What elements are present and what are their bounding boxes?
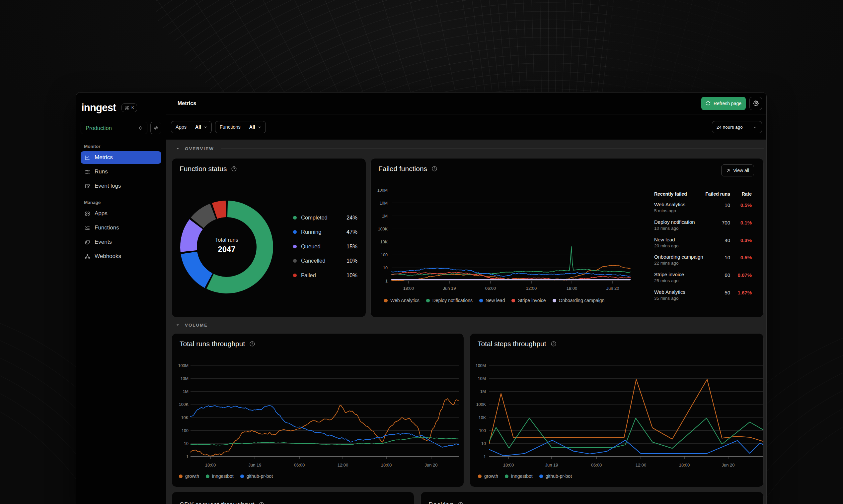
svg-text:10M: 10M xyxy=(380,201,388,205)
function-name: Deploy notification xyxy=(654,219,700,225)
time-range-select[interactable]: 24 hours ago xyxy=(712,121,762,133)
settings-button[interactable] xyxy=(750,97,762,110)
table-header: Recently failed Failed runs Rate xyxy=(654,188,752,200)
legend-label: growth xyxy=(185,473,199,479)
apps-filter[interactable]: Apps All xyxy=(171,121,212,133)
svg-text:100K: 100K xyxy=(179,402,189,407)
refresh-page-button[interactable]: Refresh page xyxy=(701,97,746,110)
topbar: Metrics Refresh page xyxy=(166,92,766,114)
help-icon[interactable] xyxy=(249,341,255,347)
legend-label: Running xyxy=(301,229,321,235)
legend-dot xyxy=(293,273,297,277)
failure-rate-value: 0.5% xyxy=(730,202,752,217)
svg-text:Jun 20: Jun 20 xyxy=(425,463,437,468)
event-logs-icon xyxy=(85,183,90,189)
svg-text:12:00: 12:00 xyxy=(636,463,647,468)
metrics-content: OVERVIEW Function status Total runs 204 xyxy=(166,140,766,504)
sidebar: inngest K Production Monitor Metrics xyxy=(76,92,166,504)
svg-text:18:00: 18:00 xyxy=(503,463,514,468)
environment-filter-button[interactable] xyxy=(150,122,161,134)
help-icon[interactable] xyxy=(551,341,556,347)
runs-icon xyxy=(85,169,90,175)
help-icon[interactable] xyxy=(259,502,264,504)
svg-text:18:00: 18:00 xyxy=(403,286,414,291)
events-icon xyxy=(85,239,90,245)
legend-dot xyxy=(553,299,556,302)
card-title-row: Total runs throughput xyxy=(179,340,255,348)
overview-cards-row: Function status Total runs 2047 Complete… xyxy=(172,158,764,317)
function-name: Stripe invoice xyxy=(654,272,700,277)
table-row[interactable]: Onboarding campaign22 mins ago 10 0.5% xyxy=(654,252,752,270)
failed-runs-value: 10 xyxy=(700,202,730,217)
help-icon[interactable] xyxy=(458,502,464,504)
legend-label: Queued xyxy=(301,244,321,250)
volume-section-header[interactable]: VOLUME xyxy=(172,321,764,329)
view-all-button[interactable]: View all xyxy=(721,164,754,176)
collapse-triangle-icon xyxy=(176,147,179,150)
column-rate: Rate xyxy=(730,191,752,197)
table-row[interactable]: New lead20 mins ago 40 0.3% xyxy=(654,235,752,253)
sdk-request-title: SDK request throughput xyxy=(179,501,254,504)
last-failed-ago: 20 mins ago xyxy=(654,244,700,248)
legend-dot xyxy=(206,474,209,478)
help-icon[interactable] xyxy=(231,166,237,172)
last-failed-ago: 25 mins ago xyxy=(654,278,700,283)
legend-item: New lead xyxy=(479,298,505,303)
chart-line-icon xyxy=(85,155,90,161)
environment-select[interactable]: Production xyxy=(81,122,148,134)
function-name: Web Analytics xyxy=(654,202,700,207)
last-failed-ago: 5 mins ago xyxy=(654,208,700,213)
nav-section-manage: Manage xyxy=(84,200,161,205)
inngest-logo: inngest xyxy=(81,103,116,113)
function-name-cell: Web Analytics35 mins ago xyxy=(654,289,700,305)
legend-item-cancelled: Cancelled 10% xyxy=(293,257,358,265)
svg-text:1: 1 xyxy=(186,455,189,459)
environment-row: Production xyxy=(81,122,161,134)
svg-text:100: 100 xyxy=(381,253,388,257)
svg-text:10: 10 xyxy=(481,441,486,446)
help-icon[interactable] xyxy=(431,166,437,172)
failure-rate-value: 0.07% xyxy=(730,272,752,287)
table-row[interactable]: Web Analytics35 mins ago 50 1.67% xyxy=(654,287,752,305)
functions-filter[interactable]: Functions All xyxy=(215,121,266,133)
sidebar-item-apps[interactable]: Apps xyxy=(81,207,161,220)
sidebar-item-metrics[interactable]: Metrics xyxy=(81,151,161,164)
legend-label: New lead xyxy=(485,298,505,303)
sidebar-item-functions[interactable]: Functions xyxy=(81,221,161,234)
svg-text:1M: 1M xyxy=(183,389,189,394)
nav-section-monitor: Monitor xyxy=(84,144,161,149)
svg-text:Jun 19: Jun 19 xyxy=(545,463,558,468)
svg-text:10M: 10M xyxy=(478,376,486,381)
total-runs-label: Total runs xyxy=(180,236,273,244)
legend-dot xyxy=(539,474,543,478)
page-title: Metrics xyxy=(177,101,196,106)
legend-percent: 10% xyxy=(346,258,358,264)
table-row[interactable]: Stripe invoice25 mins ago 60 0.07% xyxy=(654,270,752,287)
svg-text:10K: 10K xyxy=(380,240,388,245)
sidebar-item-event-logs[interactable]: Event logs xyxy=(81,180,161,192)
sidebar-item-runs[interactable]: Runs xyxy=(81,165,161,178)
volume-cards-row: Total runs throughput 100M10M1M100K10K10… xyxy=(172,333,764,487)
table-row[interactable]: Deploy notification10 mins ago 700 0.1% xyxy=(654,217,752,235)
legend-dot xyxy=(479,299,483,302)
svg-text:100K: 100K xyxy=(476,402,486,407)
svg-text:18:00: 18:00 xyxy=(381,463,392,468)
function-name-cell: Deploy notification10 mins ago xyxy=(654,219,700,235)
table-row[interactable]: Web Analytics5 mins ago 10 0.5% xyxy=(654,200,752,217)
sidebar-item-webhooks[interactable]: Webhooks xyxy=(81,250,161,263)
volume-section-label: VOLUME xyxy=(185,323,208,328)
legend-item: Web Analytics xyxy=(384,298,419,303)
command-k-shortcut[interactable]: K xyxy=(121,104,137,112)
last-failed-ago: 35 mins ago xyxy=(654,296,700,301)
filter-bar: Apps All Functions All 24 hours ago xyxy=(166,114,766,140)
chevrons-up-down-icon xyxy=(138,125,143,131)
svg-text:12:00: 12:00 xyxy=(526,286,537,291)
legend-label: growth xyxy=(484,473,498,479)
svg-text:100M: 100M xyxy=(178,363,189,368)
sidebar-item-events[interactable]: Events xyxy=(81,236,161,248)
sidebar-item-label: Metrics xyxy=(94,154,113,161)
overview-section-header[interactable]: OVERVIEW xyxy=(172,145,764,152)
legend-item: Onboarding campaign xyxy=(553,298,605,303)
svg-text:18:00: 18:00 xyxy=(205,463,216,468)
section-divider-line xyxy=(221,148,764,149)
